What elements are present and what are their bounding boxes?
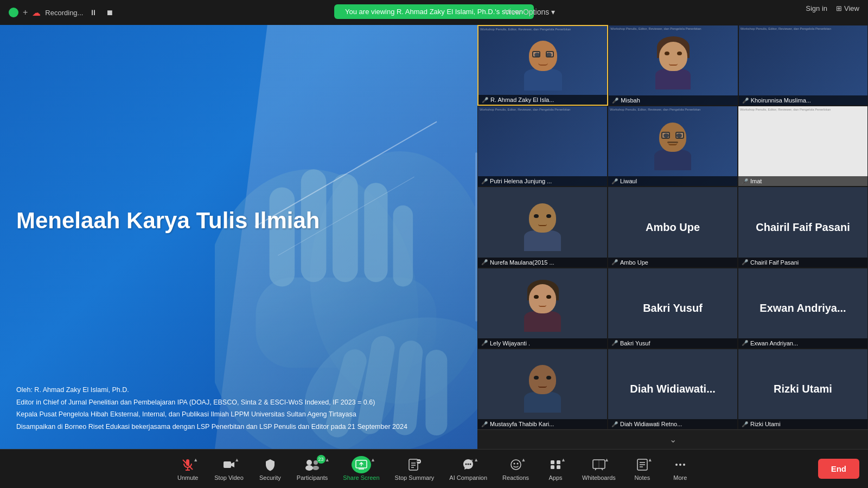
- sign-in-button[interactable]: Sign in: [806, 4, 827, 12]
- participant-name-14: 🎤 Diah Widiawati Retno...: [608, 419, 737, 429]
- svg-rect-38: [557, 460, 560, 464]
- security-button[interactable]: Security: [251, 454, 289, 484]
- svg-point-19: [307, 460, 312, 465]
- participant-cell-4[interactable]: Workshop Penulis, Editor, Reviewer, dan …: [477, 106, 608, 187]
- reactions-chevron[interactable]: ▲: [521, 457, 526, 463]
- participant-name-large-12: Exwan Andriya...: [738, 302, 867, 314]
- apps-chevron[interactable]: ▲: [561, 457, 566, 463]
- svg-point-34: [511, 460, 521, 470]
- more-label: More: [673, 474, 687, 481]
- svg-point-51: [683, 464, 685, 466]
- stop-video-button[interactable]: ▲ Stop Video: [207, 454, 251, 484]
- apps-button[interactable]: ▲ Apps: [537, 454, 575, 484]
- video-chevron[interactable]: ▲: [234, 457, 239, 463]
- mute-icon-13: 🎤: [481, 421, 488, 427]
- participant-cell-3[interactable]: Workshop Penulis, Editor, Reviewer, dan …: [738, 25, 868, 106]
- mute-icon-7: 🎤: [481, 259, 488, 265]
- participant-name-large-11: Bakri Yusuf: [608, 302, 737, 314]
- view-options-button[interactable]: View Options ▾: [499, 4, 560, 20]
- cloud-icon: ☁: [32, 8, 41, 18]
- participants-row-5: 🎤 Mustasyfa Thabib Kari... Diah Widiawat…: [477, 349, 868, 429]
- participants-row-3: 🎤 Nurefa Maulana(2015 ... Ambo Upe 🎤 Amb…: [477, 187, 868, 267]
- participant-name-8: 🎤 Ambo Upe: [608, 258, 737, 267]
- participant-cell-11[interactable]: Bakri Yusuf 🎤 Bakri Yusuf: [608, 268, 738, 349]
- participant-cell-10[interactable]: 🎤 Lely Wijayanti .: [477, 268, 608, 349]
- whiteboards-button[interactable]: ▲ Whiteboards: [575, 454, 623, 484]
- notes-chevron[interactable]: ▲: [648, 457, 653, 463]
- reactions-button[interactable]: ▲ Reactions: [495, 454, 537, 484]
- svg-point-35: [513, 463, 515, 464]
- video-icon: [222, 458, 235, 471]
- security-label: Security: [259, 474, 281, 481]
- participant-cell-2[interactable]: Workshop Penulis, Editor, Reviewer, dan …: [608, 25, 738, 106]
- mute-icon-10: 🎤: [481, 340, 488, 346]
- main-content: Menelaah Karya Tulis Ilmiah Oleh: R. Ahm…: [0, 25, 868, 449]
- participant-name-3: 🎤 Khoirunnisa Muslima...: [739, 95, 867, 105]
- stop-button[interactable]: ⏹: [104, 7, 116, 18]
- mute-icon-1: 🎤: [482, 97, 488, 103]
- share-screen-label: Share Screen: [343, 474, 379, 481]
- participant-name-large-9: Chairil Faif Pasani: [738, 221, 867, 234]
- whiteboards-chevron[interactable]: ▲: [604, 457, 609, 463]
- whiteboards-label: Whiteboards: [582, 474, 616, 481]
- mute-icon-15: 🎤: [742, 421, 748, 427]
- top-bar: + ☁ Recording... ⏸ ⏹ You are viewing R. …: [0, 0, 868, 25]
- participant-name-2: 🎤 Misbah: [609, 95, 737, 105]
- svg-rect-25: [409, 459, 418, 470]
- slide-info: Oleh: R. Ahmad Zaky El Islami, Ph.D. Edi…: [16, 384, 461, 433]
- notes-label: Notes: [634, 474, 650, 481]
- stop-summary-label: Stop Summary: [395, 474, 435, 481]
- pause-button[interactable]: ⏸: [87, 7, 99, 18]
- stop-video-label: Stop Video: [214, 474, 244, 481]
- participant-cell-5[interactable]: Workshop Penulis, Editor, Reviewer, dan …: [608, 106, 738, 187]
- scroll-down-button[interactable]: ⌄: [477, 429, 868, 449]
- participant-name-11: 🎤 Bakri Yusuf: [608, 338, 737, 348]
- svg-rect-37: [551, 460, 554, 464]
- svg-point-32: [468, 463, 469, 465]
- participant-cell-12[interactable]: Exwan Andriya... 🎤 Exwan Andriyan...: [738, 268, 868, 349]
- stop-summary-button[interactable]: Stop Summary: [387, 454, 442, 484]
- unmute-chevron[interactable]: ▲: [193, 457, 198, 463]
- participant-name-13: 🎤 Mustasyfa Thabib Kari...: [478, 419, 607, 429]
- slide-event: Disampaikan di Borneo Riset Edukasi beke…: [16, 421, 461, 433]
- top-right-actions: Sign in ⊞ View: [806, 4, 859, 12]
- mute-icon-12: 🎤: [742, 340, 748, 346]
- participant-cell-9[interactable]: Chairil Faif Pasani 🎤 Chairil Faif Pasan…: [738, 187, 868, 267]
- ai-companion-label: AI Companion: [449, 474, 487, 481]
- view-button[interactable]: ⊞ View: [836, 4, 859, 12]
- shield-icon: [264, 458, 277, 471]
- participant-name-large-15: Rizki Utami: [738, 383, 867, 395]
- ai-companion-button[interactable]: ▲ AI Companion: [442, 454, 495, 484]
- participant-name-7: 🎤 Nurefa Maulana(2015 ...: [478, 258, 607, 267]
- participant-cell-6[interactable]: Workshop Penulis, Editor, Reviewer, dan …: [738, 106, 868, 187]
- participant-cell-13[interactable]: 🎤 Mustasyfa Thabib Kari...: [477, 349, 608, 429]
- slide-role1: Editor in Chief of Jurnal Penelitian dan…: [16, 396, 461, 409]
- unmute-label: Unmute: [177, 474, 199, 481]
- share-screen-chevron[interactable]: ▲: [371, 457, 375, 463]
- slide-author: Oleh: R. Ahmad Zaky El Islami, Ph.D.: [16, 384, 461, 396]
- recording-label: Recording...: [45, 9, 83, 17]
- end-button[interactable]: End: [818, 459, 859, 479]
- plus-icon[interactable]: +: [23, 8, 28, 17]
- participant-cell-8[interactable]: Ambo Upe 🎤 Ambo Upe: [608, 187, 738, 267]
- unmute-button[interactable]: ▲ Unmute: [169, 454, 207, 484]
- participant-name-9: 🎤 Chairil Faif Pasani: [738, 258, 867, 267]
- ai-companion-chevron[interactable]: ▲: [474, 457, 478, 463]
- participant-name-large-14: Diah Widiawati...: [608, 383, 737, 395]
- participants-button[interactable]: 23 ▲ Participants: [289, 454, 335, 484]
- participants-chevron[interactable]: ▲: [325, 457, 330, 463]
- svg-point-31: [465, 463, 467, 465]
- svg-point-33: [470, 463, 471, 465]
- participant-cell-15[interactable]: Rizki Utami 🎤 Rizki Utami: [738, 349, 868, 429]
- microphone-icon: [181, 458, 194, 471]
- share-screen-button[interactable]: ▲ Share Screen: [335, 454, 387, 484]
- participants-row-4: 🎤 Lely Wijayanti . Bakri Yusuf 🎤 Bakri Y…: [477, 268, 868, 349]
- participants-count-badge: 23: [317, 455, 326, 464]
- participant-cell-1[interactable]: Workshop Penulis, Editor, Reviewer, dan …: [477, 25, 608, 106]
- participant-cell-7[interactable]: 🎤 Nurefa Maulana(2015 ...: [477, 187, 608, 267]
- participant-cell-14[interactable]: Diah Widiawati... 🎤 Diah Widiawati Retno…: [608, 349, 738, 429]
- more-button[interactable]: More: [661, 454, 699, 484]
- participant-name-large-8: Ambo Upe: [608, 221, 737, 234]
- notes-button[interactable]: ▲ Notes: [623, 454, 661, 484]
- bottom-toolbar: ▲ Unmute ▲ Stop Video Security: [0, 449, 868, 488]
